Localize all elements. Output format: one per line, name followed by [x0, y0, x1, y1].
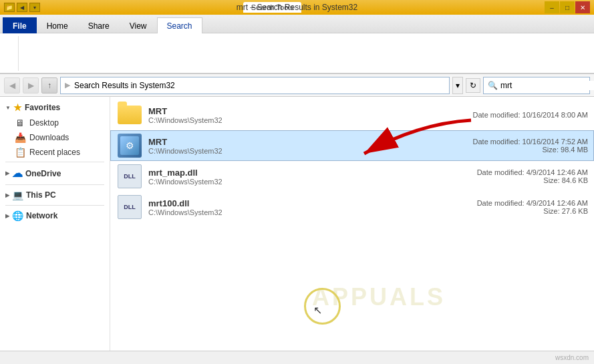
sidebar-separator-3 — [5, 205, 104, 206]
close-button[interactable]: ✕ — [575, 1, 590, 13]
file-date-mrt-map-dll: Date modified: 4/9/2014 12:46 AM — [454, 168, 588, 176]
chevron-icon: ▼ — [5, 105, 11, 111]
search-input[interactable] — [500, 81, 594, 90]
sidebar-recent-label: Recent places — [29, 148, 80, 157]
file-info-mrt-folder: MRT C:\Windows\System32 — [148, 106, 449, 124]
chevron-icon-onedrive: ▶ — [5, 170, 9, 176]
favorites-star-icon: ★ — [13, 102, 22, 113]
file-path-mrt-folder: C:\Windows\System32 — [148, 116, 449, 124]
sidebar-thispc-label: This PC — [26, 190, 56, 200]
back-button[interactable]: ◀ — [4, 77, 20, 94]
file-date-mrt-exe: Date modified: 10/16/2014 7:52 AM — [454, 138, 588, 146]
cursor-icon: ↖ — [313, 304, 322, 317]
forward-button[interactable]: ▶ — [23, 77, 39, 94]
file-list: APPUALS MRT C:\Windows\System32 Date mod… — [110, 97, 594, 364]
watermark: APPUALS — [312, 283, 446, 311]
main-area: ▼ ★ Favorites 🖥 Desktop 📥 Downloads 📋 Re… — [0, 97, 594, 364]
exe-icon-mrt: ⚙ — [116, 134, 143, 158]
sidebar-item-recent[interactable]: 📋 Recent places — [0, 145, 110, 160]
sidebar-item-downloads[interactable]: 📥 Downloads — [0, 130, 110, 145]
address-crumb: Search Results in System32 — [74, 81, 175, 90]
file-info-mrt-map-dll: mrt_map.dll C:\Windows\System32 — [148, 168, 449, 186]
quick-access-icon[interactable]: 📁 — [4, 3, 15, 12]
file-meta-mrt-map-dll: Date modified: 4/9/2014 12:46 AM Size: 8… — [454, 168, 588, 184]
sidebar-network-label: Network — [26, 211, 57, 220]
chevron-icon-network: ▶ — [5, 213, 9, 219]
sidebar-separator-1 — [5, 162, 104, 162]
thispc-icon: 💻 — [12, 190, 23, 200]
title-bar: 📁 ◀ ▾ Search Tools mrt – Search Results … — [0, 0, 594, 15]
ribbon-content — [0, 33, 594, 73]
ribbon-group-nav — [5, 36, 19, 71]
file-item-mrt-folder[interactable]: MRT C:\Windows\System32 Date modified: 1… — [110, 100, 594, 130]
file-meta-mrt-exe: Date modified: 10/16/2014 7:52 AM Size: … — [454, 138, 588, 154]
up-button[interactable]: ↑ — [41, 77, 57, 94]
title-bar-icons: 📁 ◀ ▾ — [4, 3, 40, 12]
network-icon: 🌐 — [12, 210, 23, 221]
ribbon-placeholder — [11, 49, 13, 57]
dll-icon-mrt-map: DLL — [116, 164, 143, 188]
folder-icon-mrt — [116, 103, 143, 127]
file-name-mrt-folder: MRT — [148, 106, 449, 116]
tab-home[interactable]: Home — [37, 17, 78, 33]
file-path-mrt-exe: C:\Windows\System32 — [148, 147, 449, 155]
file-name-mrt100-dll: mrt100.dll — [148, 198, 449, 208]
sidebar-separator-2 — [5, 184, 104, 185]
sidebar-network-header[interactable]: ▶ 🌐 Network — [0, 208, 110, 224]
file-item-mrt100-dll[interactable]: DLL mrt100.dll C:\Windows\System32 Date … — [110, 192, 594, 222]
address-arrow: ▶ — [65, 81, 70, 89]
dropdown-btn[interactable]: ▾ — [452, 77, 463, 94]
file-date-mrt100-dll: Date modified: 4/9/2014 12:46 AM — [454, 199, 588, 207]
tb-back[interactable]: ◀ — [17, 3, 27, 12]
window-title: mrt – Search Results in System32 — [237, 3, 357, 12]
file-path-mrt-map-dll: C:\Windows\System32 — [148, 178, 449, 186]
file-item-mrt-map-dll[interactable]: DLL mrt_map.dll C:\Windows\System32 Date… — [110, 161, 594, 192]
tab-share[interactable]: Share — [78, 17, 120, 33]
file-date-mrt-folder: Date modified: 10/16/2014 8:00 AM — [454, 111, 588, 119]
recent-icon: 📋 — [15, 147, 25, 158]
tab-file[interactable]: File — [3, 17, 37, 33]
tab-view[interactable]: View — [120, 17, 157, 33]
status-text — [5, 354, 7, 362]
file-info-mrt100-dll: mrt100.dll C:\Windows\System32 — [148, 198, 449, 216]
file-path-mrt100-dll: C:\Windows\System32 — [148, 208, 449, 216]
window-controls: – □ ✕ — [545, 1, 590, 13]
chevron-icon-thispc: ▶ — [5, 192, 9, 198]
address-bar: ◀ ▶ ↑ ▶ Search Results in System32 ▾ ↻ 🔍… — [0, 74, 594, 97]
tb-dropdown[interactable]: ▾ — [29, 3, 40, 12]
search-box[interactable]: 🔍 ✕ — [483, 77, 590, 94]
downloads-icon: 📥 — [15, 132, 25, 143]
refresh-button[interactable]: ↻ — [466, 78, 480, 93]
dll-icon-mrt100: DLL — [116, 195, 143, 219]
title-bar-left: 📁 ◀ ▾ — [4, 3, 40, 12]
sidebar-onedrive-label: OneDrive — [25, 169, 61, 178]
file-size-mrt100-dll: Size: 27.6 KB — [454, 207, 588, 215]
file-meta-mrt-folder: Date modified: 10/16/2014 8:00 AM — [454, 111, 588, 119]
minimize-button[interactable]: – — [545, 1, 559, 13]
file-meta-mrt100-dll: Date modified: 4/9/2014 12:46 AM Size: 2… — [454, 199, 588, 215]
ribbon-tabs: File Home Share View Search — [0, 15, 594, 33]
sidebar-onedrive-header[interactable]: ▶ ☁ OneDrive — [0, 164, 110, 182]
search-icon: 🔍 — [488, 81, 498, 90]
sidebar-desktop-label: Desktop — [29, 118, 59, 128]
wsxdn-watermark: wsxdn.com — [555, 354, 589, 361]
file-info-mrt-exe: MRT C:\Windows\System32 — [148, 137, 449, 155]
sidebar-favorites-label: Favorites — [25, 103, 60, 112]
file-size-mrt-map-dll: Size: 84.6 KB — [454, 176, 588, 184]
file-item-mrt-exe[interactable]: ⚙ MRT C:\Windows\System32 Date modified:… — [110, 130, 594, 161]
file-name-mrt-map-dll: mrt_map.dll — [148, 168, 449, 178]
ribbon: File Home Share View Search — [0, 15, 594, 74]
loading-circle — [304, 288, 341, 325]
sidebar: ▼ ★ Favorites 🖥 Desktop 📥 Downloads 📋 Re… — [0, 97, 110, 364]
sidebar-item-desktop[interactable]: 🖥 Desktop — [0, 116, 110, 130]
sidebar-favorites-header[interactable]: ▼ ★ Favorites — [0, 100, 110, 116]
onedrive-icon: ☁ — [12, 167, 23, 180]
address-right: ▾ ↻ — [452, 77, 480, 94]
file-name-mrt-exe: MRT — [148, 137, 449, 147]
sidebar-thispc-header[interactable]: ▶ 💻 This PC — [0, 187, 110, 203]
maximize-button[interactable]: □ — [560, 1, 575, 13]
address-input[interactable]: ▶ Search Results in System32 — [60, 77, 450, 94]
file-size-mrt-exe: Size: 98.4 MB — [454, 146, 588, 154]
sidebar-downloads-label: Downloads — [29, 133, 69, 142]
tab-search[interactable]: Search — [157, 17, 202, 33]
